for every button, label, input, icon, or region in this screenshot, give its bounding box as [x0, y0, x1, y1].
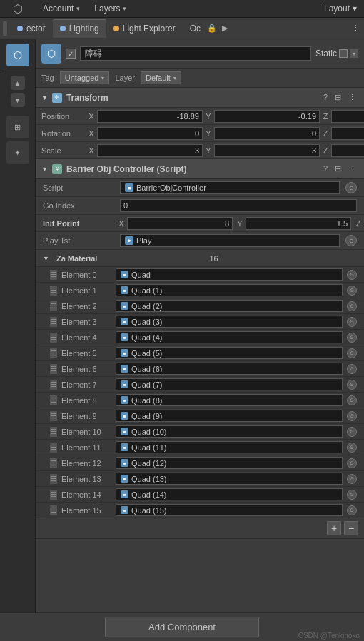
element-11-target-btn[interactable]: ⊙ [347, 443, 357, 453]
remove-element-btn[interactable]: − [344, 521, 358, 535]
sidebar-cube-icon[interactable]: ⬡ [6, 44, 29, 66]
position-y-input[interactable] [214, 110, 320, 123]
element-15-drag[interactable] [50, 505, 57, 515]
element-15-target-btn[interactable]: ⊙ [347, 505, 357, 515]
element-4-target-btn[interactable]: ⊙ [347, 333, 357, 343]
transform-collapse-icon[interactable]: ▼ [41, 94, 48, 101]
transform-more-icon[interactable]: ⋮ [346, 92, 358, 103]
layout-menu[interactable]: Layout ▾ [317, 0, 364, 17]
static-checkbox[interactable] [339, 49, 348, 58]
element-7-target-btn[interactable]: ⊙ [347, 380, 357, 390]
element-10-target-btn[interactable]: ⊙ [347, 427, 357, 437]
transform-settings-icon[interactable]: ⊞ [333, 92, 343, 103]
position-z-input[interactable] [331, 110, 364, 123]
element-10-ref[interactable]: ■ Quad (10) [116, 425, 343, 438]
static-dropdown-icon[interactable]: ▾ [350, 49, 358, 58]
element-4-quad-icon: ■ [121, 333, 128, 341]
element-1-drag[interactable] [50, 286, 57, 296]
element-12-ref[interactable]: ■ Quad (12) [116, 457, 343, 469]
tab-light-explorer[interactable]: Light Explorer [106, 19, 183, 38]
sidebar-grid-icon[interactable]: ⊞ [6, 116, 29, 138]
rotation-y-input[interactable] [214, 127, 320, 140]
layers-menu[interactable]: Layers ▾ [87, 0, 133, 17]
element-5-ref[interactable]: ■ Quad (5) [116, 347, 343, 359]
za-material-count: 16 [209, 254, 357, 263]
sidebar-nav-up-icon[interactable]: ▲ [11, 76, 25, 90]
element-2-ref[interactable]: ■ Quad (2) [116, 300, 343, 312]
init-y-input[interactable] [246, 217, 351, 230]
element-2-drag[interactable] [50, 301, 57, 311]
element-12-target-btn[interactable]: ⊙ [347, 458, 357, 468]
scale-y-input[interactable] [214, 144, 320, 157]
element-7-drag[interactable] [50, 380, 57, 390]
transform-help-icon[interactable]: ? [321, 92, 330, 103]
element-5-target-btn[interactable]: ⊙ [347, 348, 357, 358]
tag-dropdown[interactable]: Untagged ▾ [60, 71, 110, 84]
element-8-target-btn[interactable]: ⊙ [347, 395, 357, 405]
init-x-input[interactable] [127, 217, 233, 230]
element-2-target-btn[interactable]: ⊙ [347, 301, 357, 311]
barrier-settings-icon[interactable]: ⊞ [333, 163, 343, 174]
barrier-collapse-icon[interactable]: ▼ [41, 166, 48, 173]
script-ref[interactable]: ■ BarrierObjController [120, 181, 340, 194]
element-7-ref[interactable]: ■ Quad (7) [116, 378, 343, 390]
tab-oc-lock-icon[interactable]: 🔒 [206, 23, 218, 34]
position-x-input[interactable] [97, 110, 203, 123]
element-0-target-btn[interactable]: ⊙ [347, 270, 357, 280]
object-name-field[interactable] [80, 46, 311, 61]
element-13-ref[interactable]: ■ Quad (13) [116, 473, 343, 485]
add-element-btn[interactable]: + [327, 521, 341, 535]
rotation-x-input[interactable] [97, 127, 203, 140]
scale-z-input[interactable] [331, 144, 364, 157]
element-9-ref[interactable]: ■ Quad (9) [116, 410, 343, 422]
element-13-drag[interactable] [50, 474, 57, 484]
element-1-target-btn[interactable]: ⊙ [347, 286, 357, 296]
layer-dropdown[interactable]: Default ▾ [141, 71, 181, 84]
sidebar-star-icon[interactable]: ✦ [6, 141, 29, 164]
element-5-drag[interactable] [50, 348, 57, 358]
element-13-target-btn[interactable]: ⊙ [347, 474, 357, 484]
element-6-ref[interactable]: ■ Quad (6) [116, 363, 343, 375]
element-12-drag[interactable] [50, 458, 57, 468]
element-8-ref[interactable]: ■ Quad (8) [116, 394, 343, 406]
element-15-ref[interactable]: ■ Quad (15) [116, 504, 343, 516]
element-11-ref[interactable]: ■ Quad (11) [116, 441, 343, 453]
element-3-target-btn[interactable]: ⊙ [347, 317, 357, 327]
add-component-button[interactable]: Add Component [105, 617, 259, 637]
element-14-target-btn[interactable]: ⊙ [347, 490, 357, 500]
element-10-drag[interactable] [50, 427, 57, 437]
account-menu[interactable]: Account ▾ [36, 0, 87, 17]
scale-x-input[interactable] [97, 144, 203, 157]
tab-oc-more-icon[interactable]: ▶ [221, 23, 229, 34]
element-3-drag[interactable] [50, 317, 57, 327]
element-9-drag[interactable] [50, 411, 57, 421]
element-9-target-btn[interactable]: ⊙ [347, 411, 357, 421]
rotation-z-input[interactable] [331, 127, 364, 140]
tab-handle[interactable] [3, 21, 7, 36]
element-6-drag[interactable] [50, 364, 57, 374]
element-11-drag[interactable] [50, 443, 57, 453]
play-tsf-target-btn[interactable]: ⊙ [345, 235, 357, 246]
tab-vector[interactable]: ector [10, 19, 53, 38]
element-0-drag[interactable] [50, 270, 57, 280]
sidebar-nav-down-icon[interactable]: ▼ [11, 93, 25, 107]
element-14-ref[interactable]: ■ Quad (14) [116, 488, 343, 500]
za-material-collapse-icon[interactable]: ▼ [43, 255, 49, 262]
element-3-ref[interactable]: ■ Quad (3) [116, 316, 343, 328]
script-target-btn[interactable]: ⊙ [345, 182, 357, 193]
element-4-drag[interactable] [50, 333, 57, 343]
go-index-input[interactable] [120, 199, 357, 212]
tab-more-icon[interactable]: ⋮ [350, 23, 361, 34]
element-0-ref[interactable]: ■ Quad [116, 268, 343, 281]
element-6-target-btn[interactable]: ⊙ [347, 364, 357, 374]
object-active-checkbox[interactable]: ✓ [66, 49, 76, 59]
element-8-drag[interactable] [50, 395, 57, 405]
tab-oc[interactable]: Oc 🔒 ▶ [183, 19, 236, 38]
element-1-ref[interactable]: ■ Quad (1) [116, 284, 343, 296]
play-tsf-ref[interactable]: ▶ Play [120, 234, 340, 247]
element-4-ref[interactable]: ■ Quad (4) [116, 331, 343, 343]
barrier-more-icon[interactable]: ⋮ [346, 163, 358, 174]
tab-lighting[interactable]: Lighting [53, 19, 106, 38]
barrier-help-icon[interactable]: ? [321, 163, 330, 174]
element-14-drag[interactable] [50, 490, 57, 500]
